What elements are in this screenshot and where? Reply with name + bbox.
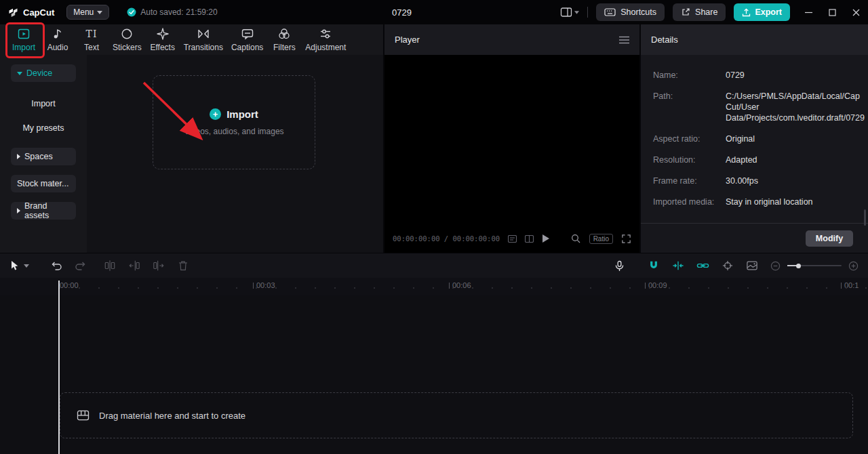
sidebar-item-brand-assets[interactable]: Brand assets (11, 202, 76, 220)
redo-button[interactable] (75, 261, 86, 271)
auto-ripple-icon[interactable] (672, 260, 684, 271)
linking-icon[interactable] (696, 261, 709, 270)
ruler-mark: 00:00 (60, 281, 79, 289)
ruler-mark: 00:03 (253, 281, 275, 289)
detail-label: Aspect ratio: (653, 133, 726, 144)
sidebar-item-import[interactable]: Import (31, 99, 55, 108)
sidebar-item-spaces[interactable]: Spaces (11, 148, 76, 165)
shortcuts-button[interactable]: Shortcuts (596, 3, 665, 21)
project-title: 0729 (392, 7, 412, 18)
trim-right-icon[interactable] (153, 260, 165, 272)
zoom-out-icon[interactable] (770, 261, 781, 271)
sidebar-item-label: Spaces (24, 152, 53, 161)
ruler-tick (253, 283, 254, 289)
details-scrollbar[interactable] (864, 209, 866, 226)
ruler-label: 00:03 (256, 281, 275, 289)
modify-button[interactable]: Modify (806, 230, 853, 247)
capcut-logo-icon (8, 7, 19, 18)
ruler-tick (841, 283, 842, 289)
detail-label: Imported media: (653, 197, 726, 207)
filters-icon (277, 27, 291, 41)
captions-icon (241, 27, 254, 41)
record-voiceover-button[interactable] (614, 260, 625, 272)
triangle-right-icon (17, 154, 20, 159)
import-canvas: + Import Videos, audios, and images (87, 55, 383, 253)
ruler-mark: 00:1 (841, 281, 859, 289)
details-header: Details (641, 24, 868, 55)
sidebar-item-stock-material[interactable]: Stock mater... (11, 175, 76, 192)
import-drop-zone[interactable]: + Import Videos, audios, and images (153, 75, 315, 169)
chevron-down-icon[interactable] (24, 264, 29, 268)
cover-icon[interactable] (746, 260, 758, 271)
sidebar-item-device[interactable]: Device (11, 64, 76, 82)
play-button[interactable] (542, 234, 550, 243)
close-button[interactable] (852, 9, 860, 16)
media-sidebar: Device Import My presets Spaces Stock ma… (0, 55, 87, 253)
export-button[interactable]: Export (734, 3, 790, 21)
chevron-down-icon (574, 11, 579, 14)
player-title: Player (395, 35, 420, 45)
playhead[interactable] (58, 281, 60, 454)
timeline-ruler[interactable]: 00:00 00:03 00:06 00:09 00:1 (0, 278, 868, 295)
import-tab-icon (17, 27, 31, 41)
preview-quality-icon[interactable] (508, 235, 517, 243)
timeline-panel: 00:00 00:03 00:06 00:09 00:1 (0, 253, 868, 454)
undo-button[interactable] (51, 261, 62, 271)
main-track-magnet-icon[interactable] (648, 260, 660, 271)
tab-effects[interactable]: Effects (146, 27, 180, 52)
sidebar-item-my-presets[interactable]: My presets (22, 123, 64, 133)
autosave-check-icon (127, 7, 136, 17)
transition-icon (197, 27, 210, 41)
timeline-toolbar (0, 253, 868, 278)
text-icon: TI (86, 27, 98, 41)
select-cursor-button[interactable] (9, 260, 20, 271)
detail-label: Name: (653, 70, 726, 81)
keyboard-icon (604, 7, 616, 17)
ruler-tick (645, 283, 646, 289)
sparkle-icon (156, 27, 170, 41)
slider-knob[interactable] (796, 264, 801, 268)
sidebar-item-label: Stock mater... (17, 179, 68, 188)
tab-adjustment[interactable]: Adjustment (301, 27, 350, 52)
timeline-drop-zone[interactable]: Drag material here and start to create (60, 392, 853, 438)
details-footer: Modify (641, 223, 868, 253)
tab-label: Effects (150, 43, 174, 52)
tab-filters[interactable]: Filters (267, 27, 301, 52)
zoom-fit-icon[interactable] (570, 233, 581, 244)
triangle-right-icon (17, 208, 20, 213)
export-label: Export (755, 7, 782, 17)
layout-switch-button[interactable] (560, 7, 579, 18)
delete-icon[interactable] (177, 260, 189, 272)
detail-value-imported-media: Stay in original location (726, 197, 865, 207)
tab-import[interactable]: Import (7, 27, 41, 52)
details-body: Name: 0729 Path: C:/Users/PMLS/AppData/L… (641, 55, 868, 207)
maximize-button[interactable] (829, 9, 836, 16)
tab-transitions[interactable]: Transitions (180, 27, 227, 52)
tab-audio[interactable]: Audio (41, 27, 75, 52)
zoom-in-icon[interactable] (848, 261, 859, 271)
mirror-preview-icon[interactable] (525, 235, 534, 243)
hamburger-menu-icon[interactable] (619, 36, 629, 44)
split-icon[interactable] (104, 260, 116, 272)
menu-label: Menu (73, 7, 94, 17)
import-zone-title: Import (226, 108, 258, 120)
autosave-status: Auto saved: 21:59:20 (127, 7, 217, 17)
import-zone-subtitle: Videos, audios, and images (184, 127, 283, 136)
share-button[interactable]: Share (673, 3, 726, 21)
preview-axis-icon[interactable] (722, 260, 734, 271)
menu-button[interactable]: Menu (66, 5, 109, 20)
ruler-label: 00:09 (648, 281, 667, 289)
details-title: Details (651, 35, 678, 45)
timeline-zoom-slider[interactable] (787, 262, 842, 270)
minimize-button[interactable] (805, 9, 812, 16)
detail-value-path: C:/Users/PMLS/AppData/Local/CapCut/User … (726, 91, 865, 123)
trim-left-icon[interactable] (128, 260, 140, 272)
tab-text[interactable]: TI Text (75, 27, 108, 52)
media-track-icon (77, 410, 90, 421)
tab-stickers[interactable]: Stickers (108, 27, 146, 52)
ratio-button[interactable]: Ratio (589, 234, 613, 244)
fullscreen-icon[interactable] (621, 234, 631, 244)
tab-label: Audio (47, 43, 68, 52)
tab-captions[interactable]: Captions (227, 27, 267, 52)
ruler-label: 00:00 (60, 281, 79, 289)
